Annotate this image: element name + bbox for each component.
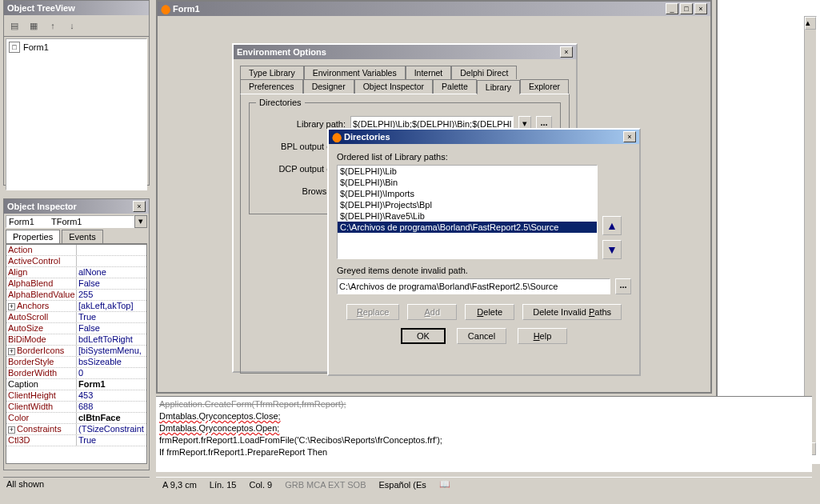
add-button[interactable]: Add [407,304,457,320]
prop-value[interactable]: alNone [77,267,146,278]
tab-object-inspector[interactable]: Object Inspector [354,79,433,94]
prop-row-activecontrol[interactable]: ActiveControl [6,256,146,267]
prop-value[interactable]: (TSizeConstraint [77,424,146,434]
tab-designer[interactable]: Designer [303,79,354,94]
prop-row-autosize[interactable]: AutoSizeFalse [6,323,146,334]
close-icon[interactable]: × [623,131,636,142]
prop-value[interactable]: False [77,323,146,334]
move-up-button[interactable]: ▲ [602,216,622,235]
prop-value[interactable]: 0 [77,368,146,378]
minimize-icon[interactable]: _ [666,3,678,14]
prop-row-constraints[interactable]: +Constraints(TSizeConstraint [6,424,146,435]
prop-value[interactable] [77,245,146,255]
tab-palette[interactable]: Palette [433,79,477,94]
prop-value[interactable]: bdLeftToRight [77,334,146,345]
browse-button[interactable]: ... [615,278,631,294]
prop-row-align[interactable]: AlignalNone [6,267,146,278]
prop-value[interactable]: True [77,435,146,446]
tree-down-icon[interactable]: ↓ [65,18,79,33]
env-titlebar[interactable]: Environment Options × [234,45,576,59]
prop-row-bordericons[interactable]: +BorderIcons[biSystemMenu, [6,346,146,357]
list-item[interactable]: $(DELPHI)\Lib [338,166,597,177]
tab-type-library[interactable]: Type Library [240,66,304,79]
expand-icon[interactable]: + [8,303,15,310]
prop-row-clientheight[interactable]: ClientHeight453 [6,390,146,402]
expand-icon[interactable]: + [8,426,15,434]
prop-value[interactable]: [biSystemMenu, [77,346,146,356]
tree-body[interactable]: □ Form1 [6,38,147,190]
prop-value[interactable]: 688 [77,402,146,412]
tab-library[interactable]: Library [477,80,520,94]
list-item[interactable]: $(DELPHI)\Imports [338,188,597,199]
tree-item-form1[interactable]: □ Form1 [8,41,145,54]
scrollbar-vertical[interactable]: ▴ ▾ [804,16,817,456]
prop-name: AutoScroll [6,312,77,322]
cancel-button[interactable]: Cancel [457,328,506,344]
prop-row-bidimode[interactable]: BiDiModebdLeftToRight [6,334,146,346]
chevron-down-icon[interactable]: ▾ [134,215,147,228]
help-button[interactable]: Help [518,328,567,344]
close-icon[interactable]: × [560,46,573,58]
prop-row-alphablendvalue[interactable]: AlphaBlendValue255 [6,290,146,301]
close-icon[interactable]: × [133,201,146,212]
prop-row-alphablend[interactable]: AlphaBlendFalse [6,278,146,290]
prop-value[interactable]: Form1 [77,379,146,390]
dir-titlebar[interactable]: ⬤ Directories × [329,130,639,144]
list-item[interactable]: $(DELPHI)\Bin [338,177,597,188]
list-item[interactable]: $(DELPHI)\Rave5\Lib [338,210,597,222]
tree-titlebar: Object TreeView [4,1,149,15]
scroll-up-button[interactable]: ▴ [805,17,816,30]
form-title: Form1 [173,4,200,14]
dir-listbox[interactable]: $(DELPHI)\Lib$(DELPHI)\Bin$(DELPHI)\Impo… [337,165,598,259]
code-editor[interactable]: Application.CreateForm(TfrmReport,frmRep… [156,396,812,472]
tab-delphi-direct[interactable]: Delphi Direct [451,66,517,79]
tab-environment-variables[interactable]: Environment Variables [304,66,406,79]
prop-row-borderwidth[interactable]: BorderWidth0 [6,368,146,379]
prop-value[interactable]: 255 [77,290,146,300]
move-down-button[interactable]: ▼ [602,240,622,259]
prop-value[interactable]: clBtnFace [77,413,146,423]
status-flag: EXT [328,480,347,490]
delete-invalid-button[interactable]: Delete Invalid Paths [522,304,622,320]
tree-tool-1-icon[interactable]: ▤ [7,18,22,33]
prop-value[interactable]: 453 [77,390,146,401]
prop-value[interactable]: bsSizeable [77,357,146,367]
prop-row-ctl3d[interactable]: Ctl3DTrue [6,435,146,446]
prop-name: Action [6,245,77,255]
inspector-object-combo[interactable]: ▾ [6,215,147,228]
book-icon[interactable]: 📖 [439,479,450,490]
prop-row-clientwidth[interactable]: ClientWidth688 [6,402,146,413]
expand-icon[interactable]: + [8,348,15,355]
prop-value[interactable]: True [77,312,146,322]
property-grid[interactable]: ActionActiveControlAlignalNoneAlphaBlend… [6,244,147,464]
prop-row-autoscroll[interactable]: AutoScrollTrue [6,312,146,323]
prop-value[interactable]: [akLeft,akTop] [77,301,146,311]
list-item[interactable]: C:\Archivos de programa\Borland\FastRepo… [338,222,597,233]
prop-row-caption[interactable]: CaptionForm1 [6,379,146,390]
tab-internet[interactable]: Internet [406,66,452,79]
prop-value[interactable] [77,256,146,266]
ok-button[interactable]: OK [401,328,446,344]
tab-preferences[interactable]: Preferences [240,79,303,94]
inspector-combo-input[interactable] [6,215,134,228]
tab-properties[interactable]: Properties [6,230,60,243]
prop-row-borderstyle[interactable]: BorderStylebsSizeable [6,357,146,368]
list-item[interactable]: $(DELPHI)\Projects\Bpl [338,199,597,210]
status-col: Col. 9 [249,480,272,490]
prop-row-anchors[interactable]: +Anchors[akLeft,akTop] [6,301,146,312]
form-titlebar[interactable]: ⬤ Form1 _ □ × [158,2,710,16]
close-icon[interactable]: × [694,3,707,14]
tab-explorer[interactable]: Explorer [520,79,569,94]
maximize-icon[interactable]: □ [680,3,693,14]
tab-events[interactable]: Events [62,230,103,243]
tree-tool-2-icon[interactable]: ▦ [26,18,41,33]
replace-button[interactable]: Replace [346,304,399,320]
delete-button[interactable]: Delete [465,304,514,320]
prop-value[interactable]: False [77,278,146,289]
tree-up-icon[interactable]: ↑ [46,18,60,33]
dir-grey-label: Greyed items denote invalid path. [337,266,631,275]
dir-edit-input[interactable] [337,278,610,294]
prop-row-action[interactable]: Action [6,245,146,256]
prop-row-color[interactable]: ColorclBtnFace [6,413,146,424]
delphi-icon: ⬤ [161,4,170,14]
